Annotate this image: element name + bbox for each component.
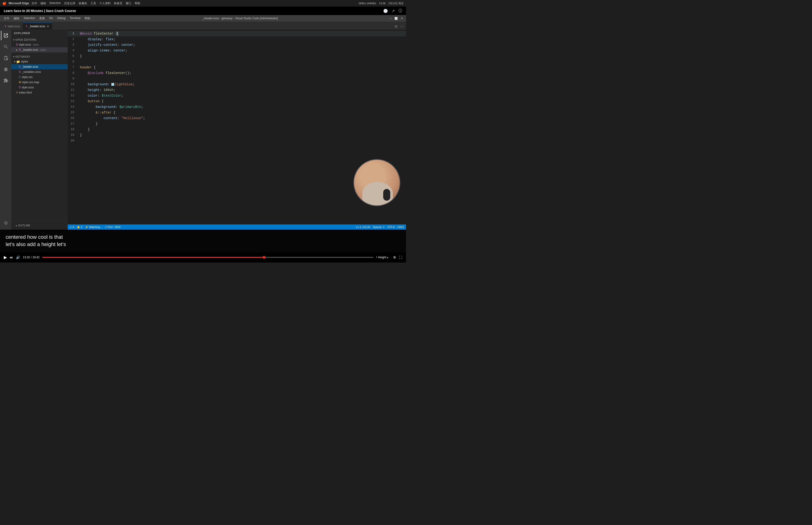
file-style-css-map[interactable]: M style.css.map xyxy=(11,80,68,85)
minimize-button[interactable]: ─ xyxy=(388,16,393,21)
line-num-20: 20 xyxy=(68,138,79,144)
file-style-css[interactable]: C style.css xyxy=(11,75,68,80)
menu-view[interactable]: Selection xyxy=(49,1,61,5)
code-line-9: 9 xyxy=(68,76,406,81)
line-num-7: 7 xyxy=(68,65,79,70)
chapter-bullet: • xyxy=(376,256,377,259)
status-errors[interactable]: ⚠ 0 xyxy=(70,226,74,229)
open-editors-header[interactable]: ▾ OPEN EDITORS xyxy=(11,38,68,42)
close-button[interactable]: ✕ xyxy=(399,16,404,21)
activity-settings[interactable]: ⚙ xyxy=(1,218,10,228)
apple-menu[interactable]: 🍎 xyxy=(2,1,6,5)
vscode-menu-terminal[interactable]: Terminal xyxy=(68,16,82,21)
line-num-17: 17 xyxy=(68,121,79,127)
status-encoding[interactable]: UTF-8 xyxy=(387,226,395,228)
line-content-5: } xyxy=(79,53,82,59)
vscode-menu-go[interactable]: Go xyxy=(47,16,55,21)
status-eol[interactable]: CRLF xyxy=(397,226,404,228)
line-num-19: 19 xyxy=(68,132,79,138)
menu-tools[interactable]: 工具 xyxy=(90,1,96,5)
status-warnings[interactable]: 🔔 0 xyxy=(77,226,82,229)
settings-button[interactable]: ⚙ xyxy=(393,255,396,259)
code-line-2: 2 display: flex; xyxy=(68,36,406,42)
activity-explorer[interactable] xyxy=(1,31,10,40)
vscode-menu-edit[interactable]: 编辑 xyxy=(12,16,21,21)
file-variables-scss[interactable]: S _variables.scss xyxy=(11,69,68,75)
line-num-13: 13 xyxy=(68,99,79,104)
webcam-overlay xyxy=(353,159,400,206)
line-content-7: header { xyxy=(79,65,96,70)
activity-extensions[interactable] xyxy=(1,76,10,85)
code-line-11: 11 height: 100vh; xyxy=(68,87,406,93)
share-icon[interactable]: ↗ xyxy=(392,9,395,13)
status-watching[interactable]: ⚡ Watching... xyxy=(85,226,102,229)
chapter-display: • Height ▸ xyxy=(376,256,388,259)
vscode-menu-help[interactable]: 帮助 xyxy=(83,16,92,21)
menu-tabs[interactable]: 标签页 xyxy=(114,1,122,5)
progress-bar[interactable] xyxy=(42,257,373,258)
getsassy-header[interactable]: ▾ GETSASSY xyxy=(11,54,68,59)
menu-history[interactable]: 历史记录 xyxy=(64,1,75,5)
tab-bar: S style.scss S _header.scss ✕ ⊟ ⋯ xyxy=(0,21,406,30)
line-num-3: 3 xyxy=(68,42,79,48)
vscode-menu-selection[interactable]: Selection xyxy=(21,16,37,21)
line-content-16: content: "Hellloooo"; xyxy=(79,115,145,121)
line-num-10: 10 xyxy=(68,81,79,87)
time-separator: / xyxy=(31,256,31,259)
code-editor[interactable]: 1 @mixin flexCenter { 2 display: flex; 3… xyxy=(68,30,406,224)
activity-scm[interactable] xyxy=(1,53,10,63)
play-button[interactable]: ▶ xyxy=(4,255,7,260)
volume-button[interactable]: 🔊 xyxy=(16,255,20,259)
vscode-menu-bar: 文件 编辑 Selection 查看 Go Debug Terminal 帮助 … xyxy=(0,15,406,21)
line-col-text: Ln 1, Col 20 xyxy=(356,226,370,228)
more-actions-button[interactable]: ⋯ xyxy=(400,24,404,29)
line-content-10: background: lightblue; xyxy=(79,81,134,87)
line-content-2: display: flex; xyxy=(79,36,116,42)
modified-dot: ● xyxy=(16,49,17,51)
outline-header[interactable]: ▸ OUTLINE xyxy=(14,223,65,228)
open-editor-header-scss[interactable]: ● S _header.scss styles xyxy=(11,47,68,52)
folder-styles[interactable]: ▾ 📁 styles xyxy=(11,59,68,64)
menu-help[interactable]: 帮助 xyxy=(135,1,140,5)
file-style-scss[interactable]: S style.scss xyxy=(11,85,68,90)
status-spaces[interactable]: Spaces: 2 xyxy=(373,226,384,228)
open-editors-section: ▾ OPEN EDITORS S style.scss styles ● S _… xyxy=(11,36,68,53)
vscode-menu-debug[interactable]: Debug xyxy=(55,16,67,21)
code-line-5: 5 } xyxy=(68,53,406,59)
file-index-html[interactable]: H index.html xyxy=(11,90,68,95)
chapter-arrow[interactable]: ▸ xyxy=(387,256,388,259)
activity-debug[interactable] xyxy=(1,65,10,74)
vscode-menu-file[interactable]: 文件 xyxy=(2,16,11,21)
line-content-8: @include flexCenter(); xyxy=(79,70,131,76)
menu-file[interactable]: 文件 xyxy=(31,1,37,5)
tab-style-scss[interactable]: S style.scss xyxy=(2,22,23,30)
chapter-name: Height xyxy=(378,256,386,259)
menu-favorites[interactable]: 收藏夹 xyxy=(79,1,87,5)
warning-count: 0 xyxy=(81,226,82,228)
video-title: Learn Sass In 20 Minutes | Sass Crash Co… xyxy=(4,9,76,13)
restore-button[interactable]: ⬜ xyxy=(394,16,398,21)
open-editor-style-scss[interactable]: S style.scss styles xyxy=(11,42,68,47)
scss-file-icon-2: S xyxy=(19,48,21,51)
vscode-menu-view[interactable]: 查看 xyxy=(37,16,47,21)
status-port[interactable]: ⬡ Port : 5500 xyxy=(105,226,121,229)
menu-window[interactable]: 窗口 xyxy=(126,1,131,5)
vscode-window-title: _header.scss - getsassy - Visual Studio … xyxy=(93,17,387,20)
tab-close-button[interactable]: ✕ xyxy=(47,25,49,28)
fullscreen-button[interactable]: ⛶ xyxy=(399,255,402,259)
line-content-11: height: 100vh; xyxy=(79,87,116,93)
menu-edit[interactable]: 编辑 xyxy=(41,1,46,5)
status-line-col[interactable]: Ln 1, Col 20 xyxy=(356,226,370,228)
os-title-bar-right: 0KB/s 144KB/s 14:38 3月12日 周五 xyxy=(359,2,404,5)
file-header-scss[interactable]: S _header.scss xyxy=(11,64,68,69)
line-content-20 xyxy=(79,138,82,144)
app-name: Microsoft Edge xyxy=(9,2,29,5)
clock-icon[interactable]: 🕐 xyxy=(383,9,388,13)
split-editor-button[interactable]: ⊟ xyxy=(394,24,398,29)
getsassy-chevron: ▾ xyxy=(13,56,15,58)
menu-profile[interactable]: 个人资料 xyxy=(99,1,111,5)
info-icon[interactable]: ⓘ xyxy=(398,9,402,13)
activity-search[interactable] xyxy=(1,42,10,51)
next-button[interactable]: ⏭ xyxy=(10,255,13,259)
tab-header-scss[interactable]: S _header.scss ✕ xyxy=(23,22,52,30)
